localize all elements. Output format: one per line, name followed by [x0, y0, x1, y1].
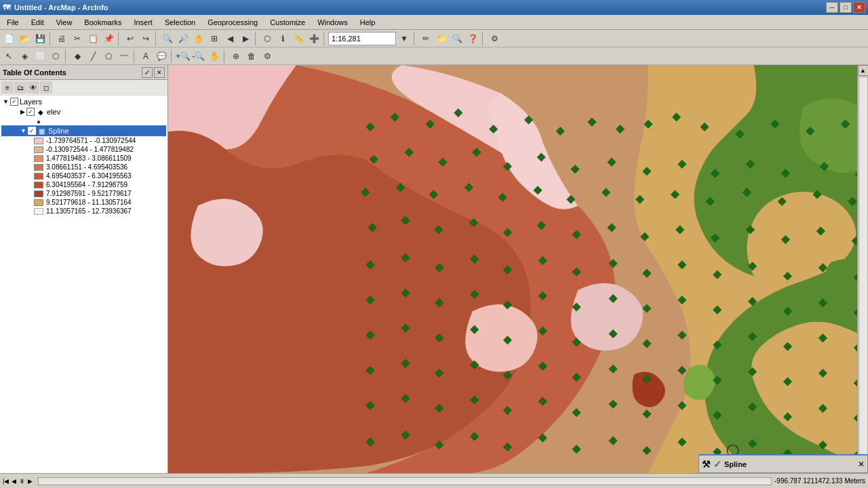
measure-button[interactable]: 📏: [291, 31, 306, 46]
edit-vertices-tool[interactable]: ◈: [17, 49, 32, 64]
back-extent-button[interactable]: ◀: [222, 31, 237, 46]
legend-item-7: 9.521779618 - 11.13057164: [1, 198, 166, 207]
zoom-out-tool[interactable]: -🔍: [191, 49, 206, 64]
zoom-in-button[interactable]: 🔍: [160, 31, 175, 46]
editor-button[interactable]: ✏: [418, 31, 433, 46]
minimize-button[interactable]: ─: [826, 2, 838, 13]
identify-button[interactable]: ℹ: [275, 31, 290, 46]
d-sep3: [171, 49, 174, 63]
menu-help[interactable]: Help: [355, 17, 381, 28]
properties-btn[interactable]: ⚙: [260, 49, 275, 64]
legend-color-2: [34, 155, 43, 162]
search-button[interactable]: 🔍: [450, 31, 465, 46]
draw-polygon[interactable]: ⬠: [101, 49, 116, 64]
new-button[interactable]: 📄: [1, 31, 16, 46]
extensions-button[interactable]: ⚙: [487, 31, 502, 46]
legend-item-3: 3.08661151 - 4.695403536: [1, 163, 166, 171]
layers-expand-arrow[interactable]: ▼: [3, 98, 9, 105]
toc-float-button[interactable]: ⤢: [142, 67, 153, 78]
scale-input[interactable]: 1:16,281: [328, 32, 396, 45]
print-button[interactable]: 🖨: [54, 31, 69, 46]
map-area[interactable]: ▲ ▼: [168, 65, 868, 473]
draw-toolbar: ↖ ◈ ⬜ ⬡ ◆ ╱ ⬠ 〰 A 💬 +🔍 -🔍 ✋ ⊕ 🗑 ⚙: [0, 47, 868, 65]
zoom-out-button[interactable]: 🔎: [176, 31, 191, 46]
menu-insert[interactable]: Insert: [128, 17, 158, 28]
undo-button[interactable]: ↩: [123, 31, 138, 46]
draw-line[interactable]: ╱: [85, 49, 100, 64]
menu-bookmarks[interactable]: Bookmarks: [79, 17, 127, 28]
catalog-button[interactable]: 📁: [434, 31, 449, 46]
pan-navigate[interactable]: ✋: [207, 49, 222, 64]
toc-list-view[interactable]: ≡: [1, 81, 14, 94]
scale-dropdown[interactable]: ▼: [397, 31, 412, 46]
save-button[interactable]: 💾: [33, 31, 47, 46]
legend-color-0: [34, 138, 43, 144]
add-data-button[interactable]: ➕: [307, 31, 321, 46]
statusbar: |◀ ◀ ⏸ ▶ -996.787 1211472.133 Meters: [0, 473, 868, 488]
toc-group-layers: ▼ Layers ▶ ◆ elev ● ▼: [1, 97, 166, 216]
lasso-tool[interactable]: ⬡: [48, 49, 63, 64]
layers-checkbox[interactable]: [10, 98, 18, 106]
map-scrollbar[interactable]: ▲ ▼: [857, 65, 868, 473]
toc-layer-elev[interactable]: ▶ ◆ elev: [1, 106, 166, 117]
delete-btn[interactable]: 🗑: [244, 49, 259, 64]
status-pause[interactable]: ⏸: [19, 478, 25, 485]
elev-expand-arrow[interactable]: ▶: [20, 108, 25, 115]
spline-status-check: ✓: [713, 459, 722, 470]
toc-layer-spline[interactable]: ▼ ▦ Spline: [1, 125, 166, 136]
menu-file[interactable]: File: [1, 17, 24, 28]
status-scroll-left[interactable]: |◀: [3, 478, 9, 485]
draw-callout[interactable]: 💬: [154, 49, 169, 64]
toc-selection-view[interactable]: ◻: [40, 81, 52, 94]
toc-header: Table Of Contents ⤢ ✕: [0, 65, 167, 80]
open-button[interactable]: 📂: [17, 31, 32, 46]
close-button[interactable]: ✕: [853, 2, 865, 13]
redo-button[interactable]: ↪: [138, 31, 153, 46]
legend-item-6: 7.912987591 - 9.521779617: [1, 189, 166, 198]
toc-source-view[interactable]: 🗂: [14, 81, 26, 94]
menu-geoprocessing[interactable]: Geoprocessing: [202, 17, 263, 28]
forward-extent-button[interactable]: ▶: [238, 31, 253, 46]
status-scroll-forward[interactable]: ▶: [28, 478, 33, 485]
separator2: [118, 32, 121, 45]
main-toolbar: 📄 📂 💾 🖨 ✂ 📋 📌 ↩ ↪ 🔍 🔎 ✋ ⊞ ◀ ▶ ⬡ ℹ 📏 ➕ 1:…: [0, 30, 868, 47]
elev-checkbox[interactable]: [26, 108, 35, 116]
elev-layer-label: elev: [47, 108, 60, 116]
cut-button[interactable]: ✂: [70, 31, 85, 46]
menu-customize[interactable]: Customize: [264, 17, 311, 28]
spline-expand-arrow[interactable]: ▼: [20, 127, 26, 134]
status-scrollbar-track[interactable]: [38, 477, 772, 485]
arcmap-help-button[interactable]: ❓: [465, 31, 480, 46]
layers-group-label: Layers: [20, 98, 42, 106]
menu-selection[interactable]: Selection: [159, 17, 201, 28]
draw-text[interactable]: A: [138, 49, 153, 64]
scroll-up-arrow[interactable]: ▲: [858, 65, 869, 76]
spline-panel-title: ⚒ ✓ Spline: [702, 459, 747, 470]
snapping-btn[interactable]: ⊕: [229, 49, 243, 64]
toc-visibility-view[interactable]: 👁: [27, 81, 39, 94]
spline-checkbox[interactable]: [28, 127, 36, 135]
toc-panel: Table Of Contents ⤢ ✕ ≡ 🗂 👁 ◻ ▼ Layers: [0, 65, 168, 473]
legend-color-4: [34, 173, 43, 180]
menu-view[interactable]: View: [51, 17, 78, 28]
spline-panel-close[interactable]: ✕: [858, 460, 865, 469]
full-extent-button[interactable]: ⊞: [207, 31, 222, 46]
scroll-track[interactable]: [859, 77, 868, 462]
paste-button[interactable]: 📌: [101, 31, 116, 46]
draw-freehand[interactable]: 〰: [117, 49, 132, 64]
zoom-in-tool[interactable]: +🔍: [176, 49, 191, 64]
menu-windows[interactable]: Windows: [312, 17, 353, 28]
pan-button[interactable]: ✋: [191, 31, 206, 46]
copy-button[interactable]: 📋: [85, 31, 100, 46]
maximize-button[interactable]: □: [840, 2, 852, 13]
toc-group-layers-header[interactable]: ▼ Layers: [1, 97, 166, 106]
pointer-tool[interactable]: ↖: [1, 49, 16, 64]
select-tool[interactable]: ⬜: [33, 49, 47, 64]
spline-tool-icon: ⚒: [702, 459, 711, 470]
select-features-button[interactable]: ⬡: [260, 31, 275, 46]
menu-edit[interactable]: Edit: [26, 17, 50, 28]
draw-point[interactable]: ◆: [70, 49, 85, 64]
toc-close-button[interactable]: ✕: [154, 67, 165, 78]
separator5: [323, 32, 326, 45]
status-scroll-back[interactable]: ◀: [12, 478, 16, 485]
